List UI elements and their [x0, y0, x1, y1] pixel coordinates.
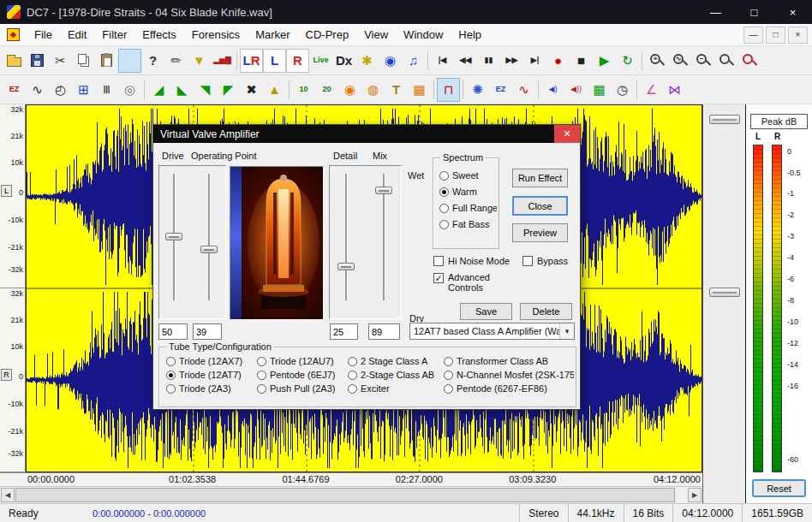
cylinder-disk-icon[interactable]: ◎: [118, 78, 141, 102]
radio-triode-12ax7[interactable]: Triode (12AX7): [166, 356, 257, 366]
reset-button[interactable]: Reset: [752, 479, 806, 497]
radio-circle[interactable]: [439, 187, 449, 197]
radio-circle[interactable]: [348, 371, 357, 380]
mix-slider[interactable]: [383, 174, 385, 300]
dialog-close-icon[interactable]: ✕: [554, 125, 580, 143]
radio-circle[interactable]: [257, 371, 266, 380]
operating-point-value-input[interactable]: [193, 323, 222, 340]
radio-push-pull-2a3[interactable]: Push Pull (2A3): [257, 383, 348, 394]
speaker-icon[interactable]: ◀): [541, 78, 564, 102]
radio-circle[interactable]: [444, 357, 453, 366]
radio-circle[interactable]: [166, 384, 176, 394]
pause-icon[interactable]: ▮▮: [477, 49, 500, 73]
fast-forward-icon[interactable]: ▶▶: [500, 49, 523, 73]
radio-circle[interactable]: [439, 220, 449, 229]
radio-pentode-6ej7[interactable]: Pentode (6EJ7): [257, 370, 348, 380]
media-notes-icon[interactable]: ♫: [402, 49, 425, 73]
radio-circle[interactable]: [439, 204, 449, 213]
gauge-icon[interactable]: ◴: [49, 78, 72, 102]
scroll-right-button[interactable]: ▶: [688, 488, 702, 502]
radio-2-stage-class-a[interactable]: 2 Stage Class A: [348, 356, 444, 366]
radio-circle[interactable]: [444, 371, 453, 380]
scrollbar-thumb[interactable]: [15, 488, 675, 502]
radio-2-stage-class-ab[interactable]: 2-Stage Class AB: [348, 370, 444, 380]
radio-transformer-class-ab[interactable]: Transformer Class AB: [444, 356, 574, 366]
zoom-wave-icon[interactable]: ∿: [668, 49, 691, 73]
menu-forensics[interactable]: Forensics: [184, 25, 248, 44]
preview-button[interactable]: Preview: [512, 223, 568, 242]
live-preview-icon[interactable]: Live: [309, 49, 332, 73]
radio-full-range[interactable]: Full Range: [439, 203, 497, 213]
go-end-icon[interactable]: ▶|: [523, 49, 546, 73]
menu-effects[interactable]: Effects: [134, 25, 184, 44]
grid-tool-icon[interactable]: ▦: [408, 78, 431, 102]
menu-help[interactable]: Help: [451, 25, 489, 44]
detail-slider-thumb[interactable]: [337, 263, 355, 270]
radio-n-channel-mosfet-2sk-175[interactable]: N-Channel Mosfet (2SK-175): [444, 370, 574, 380]
zoom-in-icon[interactable]: +: [645, 49, 668, 73]
advanced-controls-checkbox[interactable]: ✓ Advanced Controls: [433, 273, 510, 293]
zoom-out-icon[interactable]: −: [691, 49, 714, 73]
cut-icon[interactable]: ✂: [49, 49, 72, 73]
sparkle-icon[interactable]: ✺: [466, 78, 489, 102]
detail-value-input[interactable]: [330, 323, 358, 340]
round-tool-icon[interactable]: ◉: [338, 78, 361, 102]
radio-warm[interactable]: Warm: [439, 187, 497, 197]
radio-circle[interactable]: [166, 357, 176, 366]
radio-fat-bass[interactable]: Fat Bass: [439, 219, 497, 229]
mdi-restore-button[interactable]: □: [766, 27, 785, 44]
round-tool-2-icon[interactable]: ◍: [361, 78, 385, 102]
menu-view[interactable]: View: [356, 25, 396, 44]
channel-l-button[interactable]: L: [263, 49, 286, 73]
gain-20-icon[interactable]: 20: [315, 78, 338, 102]
radio-circle[interactable]: [439, 171, 449, 181]
window-grid-icon[interactable]: ⊞: [72, 78, 95, 102]
radio-pentode-6267-ef86[interactable]: Pentode (6267-EF86): [444, 383, 574, 394]
checkbox-box[interactable]: [522, 256, 533, 266]
channel-lr-button[interactable]: LR: [240, 49, 263, 73]
operating-point-slider[interactable]: [208, 174, 211, 300]
copy-icon[interactable]: [72, 49, 95, 73]
preset-dropdown[interactable]: 12AT7 based Class A Amplifier (War ▾: [409, 323, 575, 340]
drive-slider-thumb[interactable]: [165, 233, 182, 240]
drive-slider[interactable]: [173, 174, 176, 300]
radio-triode-12au7[interactable]: Triode (12AU7): [257, 356, 348, 366]
drive-value-input[interactable]: [158, 323, 188, 340]
run-filter-icon[interactable]: Dx: [332, 49, 355, 73]
spectrum-chart-icon[interactable]: ▂▅▇: [211, 49, 234, 73]
minimize-button[interactable]: —: [696, 0, 735, 24]
rewind-icon[interactable]: ◀◀: [454, 49, 477, 73]
menu-edit[interactable]: Edit: [60, 25, 94, 44]
mix-value-input[interactable]: [368, 323, 400, 340]
radio-circle[interactable]: [348, 357, 357, 366]
menu-filter[interactable]: Filter: [94, 25, 134, 44]
zoom-full-icon[interactable]: [714, 49, 737, 73]
mdi-close-button[interactable]: ×: [788, 27, 808, 44]
web-globe-icon[interactable]: ◉: [379, 49, 402, 73]
angle-tool-icon[interactable]: ∠: [640, 78, 663, 102]
channel-r-button[interactable]: R: [286, 49, 309, 73]
checkbox-box[interactable]: [433, 256, 444, 266]
horizontal-scrollbar[interactable]: ◀ ▶: [0, 486, 702, 503]
play-icon[interactable]: ▶: [593, 49, 616, 73]
dialog-title-bar[interactable]: Virtual Valve Amplifier ✕: [153, 125, 580, 143]
led-grid-icon[interactable]: ▦: [588, 78, 611, 102]
radio-circle[interactable]: [444, 384, 453, 394]
chevron-down-icon[interactable]: ▾: [559, 323, 574, 339]
radio-circle[interactable]: [257, 357, 266, 366]
pulse-wave-icon[interactable]: ∿: [512, 78, 535, 102]
channel-l-select-button[interactable]: L: [1, 185, 12, 197]
radio-circle[interactable]: [348, 384, 357, 394]
save-button[interactable]: Save: [460, 303, 512, 320]
checkbox-box[interactable]: ✓: [433, 273, 444, 283]
hi-noise-mode-checkbox[interactable]: Hi Noise Mode: [433, 256, 510, 266]
record-icon[interactable]: ●: [546, 49, 570, 73]
ramp-down-icon[interactable]: ◤: [217, 78, 240, 102]
menu-marker[interactable]: Marker: [248, 25, 297, 44]
menu-file[interactable]: File: [27, 25, 60, 44]
ramp-up-icon[interactable]: ◥: [194, 78, 217, 102]
operating-point-slider-thumb[interactable]: [200, 246, 218, 253]
bowtie-filter-icon[interactable]: ⋈: [663, 78, 686, 102]
radio-triode-2a3[interactable]: Triode (2A3): [166, 383, 257, 394]
blank-pressed-button[interactable]: [118, 49, 141, 73]
